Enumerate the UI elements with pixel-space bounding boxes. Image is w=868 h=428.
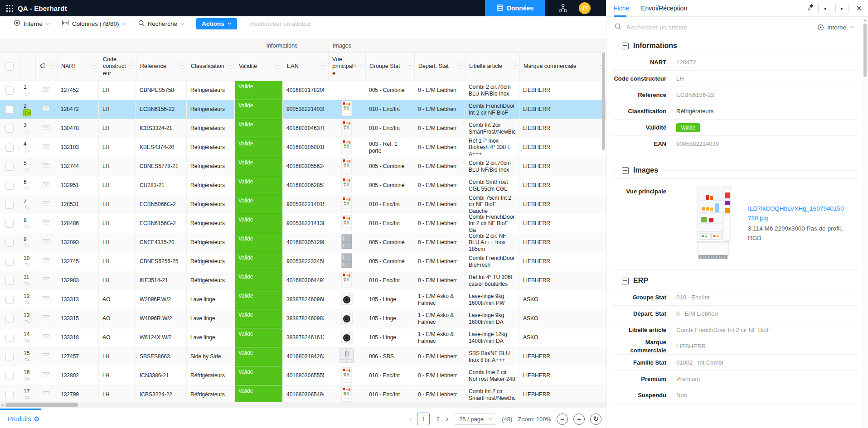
column-menu-icon[interactable] [49,62,56,71]
next-record-button[interactable]: ▸ [835,3,849,14]
row-checkbox[interactable] [5,182,14,190]
row-checkbox[interactable] [5,315,14,323]
row-checkbox[interactable] [5,391,14,399]
envelope-icon[interactable] [43,239,49,245]
product-thumbnail[interactable] [341,367,352,384]
product-thumbnail[interactable] [341,215,352,232]
table-row[interactable]: 17132799LHICBS3224-22RéfrigérateursValid… [0,385,606,404]
close-icon[interactable]: × [856,4,862,13]
scroll-left-arrow-icon[interactable]: ◂ [0,403,5,407]
product-thumbnail[interactable] [341,293,353,306]
envelope-icon[interactable] [43,391,49,398]
zoom-in-button[interactable]: + [573,414,585,425]
open-record-icon[interactable] [24,91,30,97]
tab-produits[interactable]: Produits ⚙ [8,415,40,423]
product-thumbnail[interactable] [341,139,352,156]
tab-envoi-reception[interactable]: Envoi/Réception [641,0,687,17]
open-record-icon[interactable] [24,186,30,192]
row-checkbox[interactable] [5,201,14,209]
sitemap-icon[interactable] [558,3,568,13]
view-interne-dropdown[interactable]: Interne [14,19,50,28]
product-image[interactable] [689,186,737,261]
product-thumbnail[interactable] [341,331,353,344]
table-row[interactable]: 2128472LHECBN6156-22RéfrigérateursValide… [0,100,606,119]
table-row[interactable]: 3130478LHICBS3324-21RéfrigérateursValide… [0,119,606,138]
row-checkbox[interactable] [5,144,14,152]
scroll-up-arrow-icon[interactable]: ▲ [863,18,868,21]
envelope-icon[interactable] [43,144,49,150]
table-row[interactable]: 4132103LHKBES4374-20RéfrigérateursValide… [0,138,606,157]
row-checkbox[interactable] [5,334,14,342]
product-thumbnail[interactable] [341,120,352,137]
page-1-button[interactable]: 1 [417,413,430,425]
panel-vertical-scrollbar[interactable]: ▲ [863,17,868,428]
open-record-icon[interactable] [24,338,30,344]
row-checkbox[interactable] [5,106,14,114]
product-thumbnail[interactable] [341,177,352,194]
open-record-icon[interactable] [24,205,30,211]
envelope-icon[interactable] [43,125,49,131]
envelope-icon[interactable] [43,277,49,284]
row-checkbox[interactable] [5,277,14,285]
table-row[interactable]: 9132093LHCNEF4335-20RéfrigérateursValide… [0,233,606,252]
table-vertical-scrollbar[interactable] [602,53,605,150]
prev-page-button[interactable]: ‹ [409,415,412,423]
product-thumbnail[interactable] [341,158,352,175]
table-row[interactable]: 10132745LHCBNES6256-25RéfrigérateursVali… [0,252,606,271]
envelope-icon[interactable] [43,353,49,360]
product-thumbnail[interactable] [341,272,352,289]
envelope-icon[interactable] [43,258,49,264]
collapse-icon[interactable] [622,43,629,49]
open-record-icon[interactable] [24,167,30,173]
table-row[interactable]: 8128486LHECBN6156G-2RéfrigérateursValide… [0,214,606,233]
row-checkbox[interactable] [5,87,14,95]
row-checkbox[interactable] [5,258,14,266]
table-row[interactable]: 12133313AOW2096P.W/2Lave lingeValide3838… [0,290,606,309]
column-menu-icon[interactable] [227,62,233,71]
tab-fiche[interactable]: Fiche [614,0,629,17]
row-checkbox[interactable] [5,125,14,133]
megaphone-icon[interactable] [39,63,46,71]
envelope-icon[interactable] [43,372,49,379]
table-row[interactable]: 16132802LHICN3386-21RéfrigérateursValide… [0,366,606,385]
open-record-icon[interactable] [24,262,30,268]
actions-button[interactable]: Actions [196,18,238,29]
open-record-icon[interactable] [24,395,30,401]
table-row[interactable]: 14133318AOW6124X.W/2Lave lingeValide3838… [0,328,606,347]
column-menu-icon[interactable] [357,62,364,71]
page-size-select[interactable]: 25 / page [454,414,496,425]
open-record-icon[interactable] [24,148,30,154]
refresh-button[interactable]: ↻ [590,414,601,425]
envelope-icon[interactable] [43,201,49,207]
column-menu-icon[interactable] [91,62,97,71]
horizontal-scroll-thumb[interactable] [5,403,78,407]
product-thumbnail[interactable] [341,312,353,325]
avatar[interactable]: JT [579,2,591,14]
column-menu-icon[interactable] [511,62,518,71]
panel-scroll-thumb[interactable] [863,24,867,77]
table-row[interactable]: 7128531LHECBN5066G-2RéfrigérateursValide… [0,195,606,214]
table-row[interactable]: 13133315AOW4096R.W/2Lave lingeValide3838… [0,309,606,328]
product-thumbnail[interactable] [339,348,354,365]
row-checkbox[interactable] [5,220,14,228]
gear-icon[interactable]: ⚙ [34,415,39,423]
table-horizontal-scrollbar[interactable]: ◂ [0,402,606,408]
envelope-icon[interactable] [43,334,49,341]
envelope-icon[interactable] [43,220,49,226]
product-thumbnail[interactable] [341,253,352,269]
product-thumbnail[interactable] [341,196,352,213]
column-menu-icon[interactable] [128,62,135,71]
app-grid-icon[interactable] [6,5,13,12]
row-checkbox[interactable] [5,296,14,304]
page-2-button[interactable]: 2 [435,416,440,423]
zoom-out-button[interactable]: − [557,414,568,425]
select-all-checkbox[interactable] [5,63,14,71]
row-checkbox[interactable] [5,372,14,380]
open-record-icon[interactable] [24,110,30,116]
open-record-icon[interactable] [24,300,30,306]
product-thumbnail[interactable] [341,386,352,403]
table-row[interactable]: 6132951LHCU281-21RéfrigérateursValide401… [0,176,606,195]
row-checkbox[interactable] [5,239,14,247]
column-menu-icon[interactable] [179,62,185,71]
table-row[interactable]: 5132744LHCBNES5778-21RéfrigérateursValid… [0,157,606,176]
